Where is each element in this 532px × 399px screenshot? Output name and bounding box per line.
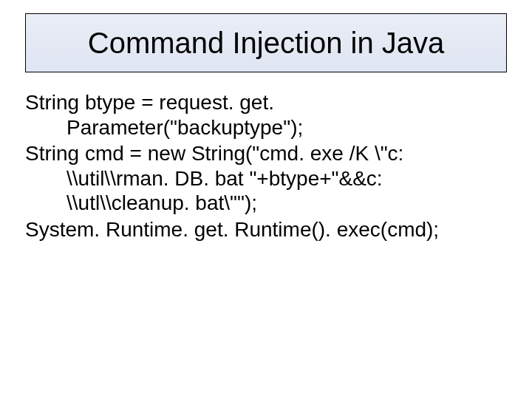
- slide: Command Injection in Java String btype =…: [0, 0, 532, 399]
- slide-body: String btype = request. get. Parameter("…: [25, 90, 507, 244]
- code-line-2: String cmd = new String("cmd. exe /K \"c…: [25, 141, 507, 216]
- slide-title: Command Injection in Java: [88, 27, 444, 60]
- code-line-3: System. Runtime. get. Runtime(). exec(cm…: [25, 217, 507, 242]
- code-line-1: String btype = request. get. Parameter("…: [25, 90, 507, 140]
- title-box: Command Injection in Java: [25, 13, 507, 72]
